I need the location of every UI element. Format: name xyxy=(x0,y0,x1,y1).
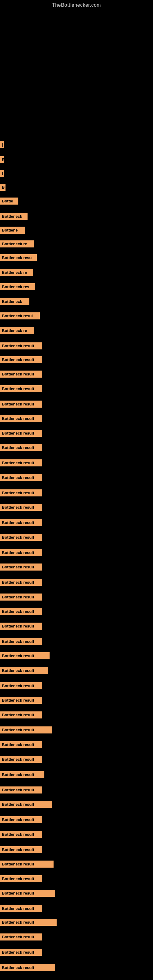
bar-item: Bottlene xyxy=(0,227,25,234)
bar-item: Bottleneck result xyxy=(0,444,42,451)
bar-item: Bottleneck result xyxy=(0,652,49,659)
bar-item: Bottleneck result xyxy=(0,623,42,630)
bar-label: Bottleneck res xyxy=(0,283,35,290)
bar-label: Bottleneck result xyxy=(0,563,42,571)
bar-label: Bottleneck result xyxy=(0,460,42,466)
bar-label: Bottleneck result xyxy=(0,697,42,704)
bar-item: Bottleneck result xyxy=(0,534,42,541)
bar-item: Bottleneck result xyxy=(0,816,42,823)
bar-item: Bottleneck result xyxy=(0,638,42,645)
bar-item: Bottleneck res xyxy=(0,283,35,290)
bar-label: I xyxy=(0,170,4,177)
bar-item: Bottleneck result xyxy=(0,756,42,763)
bar-label: Bottleneck result xyxy=(0,682,42,689)
bar-label: Bottleneck result xyxy=(0,934,42,940)
bar-item: Bottleneck result xyxy=(0,964,55,971)
bar-item: Bottleneck result xyxy=(0,608,42,615)
bar-label: Bottleneck result xyxy=(0,711,42,719)
bar-item: Bottleneck xyxy=(0,298,29,305)
bar-label: Bottleneck result xyxy=(0,356,42,363)
bar-label: Bottleneck result xyxy=(0,905,42,912)
bar-label: Bottleneck result xyxy=(0,919,57,926)
bar-label: | xyxy=(0,141,4,148)
bar-item: Bottleneck result xyxy=(0,905,42,912)
bar-label: Bottleneck result xyxy=(0,415,42,422)
bar-label: Bottleneck result xyxy=(0,534,42,541)
bar-item: Bottleneck result xyxy=(0,356,42,363)
bar-item: Bottleneck result xyxy=(0,593,42,601)
site-title: TheBottlenecker.com xyxy=(0,0,153,8)
bar-label: Bottlene xyxy=(0,227,25,234)
bar-item: Bottleneck result xyxy=(0,460,42,466)
bar-item: Bottleneck result xyxy=(0,667,48,674)
bar-label: Bottleneck result xyxy=(0,667,48,674)
bar-label: Bottleneck result xyxy=(0,771,45,778)
bar-item: Bottleneck result xyxy=(0,741,42,748)
bar-item: | xyxy=(0,141,4,148)
bar-item: Bottleneck result xyxy=(0,831,42,838)
bar-item: Bottleneck result xyxy=(0,934,42,940)
bar-item: Bottleneck re xyxy=(0,327,34,334)
bar-item: E xyxy=(0,156,4,163)
bar-item: B xyxy=(0,184,5,191)
bar-item: Bottleneck result xyxy=(0,919,57,926)
bar-label: Bottleneck result xyxy=(0,726,52,733)
bar-label: Bottleneck result xyxy=(0,519,42,526)
bar-label: Bottleneck result xyxy=(0,549,42,556)
bar-label: Bottleneck result xyxy=(0,831,42,838)
bar-item: Bottleneck resu xyxy=(0,254,37,261)
bar-item: Bottleneck result xyxy=(0,519,42,526)
bar-item: Bottleneck re xyxy=(0,240,33,247)
bar-item: Bottleneck result xyxy=(0,786,42,794)
bar-item: Bottleneck result xyxy=(0,697,42,704)
bar-item: Bottleneck result xyxy=(0,890,55,897)
bar-label: Bottleneck result xyxy=(0,579,42,586)
bar-label: Bottleneck result xyxy=(0,593,42,601)
bar-label: Bottleneck re xyxy=(0,269,33,276)
bar-label: Bottleneck result xyxy=(0,504,42,511)
bar-item: Bottleneck result xyxy=(0,474,42,481)
bar-item: Bottleneck result xyxy=(0,801,52,808)
bar-label: Bottleneck result xyxy=(0,342,42,350)
bar-item: Bottleneck result xyxy=(0,549,42,556)
bar-label: Bottleneck result xyxy=(0,741,42,748)
bar-label: Bottleneck re xyxy=(0,327,34,334)
bar-label: Bottleneck result xyxy=(0,638,42,645)
bar-item: Bottleneck result xyxy=(0,711,42,719)
bar-item: Bottle xyxy=(0,197,18,205)
bar-label: Bottleneck result xyxy=(0,861,54,868)
bar-label: Bottleneck result xyxy=(0,652,49,659)
bar-label: Bottleneck re xyxy=(0,240,33,247)
bar-label: Bottleneck result xyxy=(0,875,42,882)
bar-item: Bottleneck result xyxy=(0,385,42,392)
bar-item: Bottleneck result xyxy=(0,342,42,350)
bar-label: E xyxy=(0,156,4,163)
bar-item: Bottleneck result xyxy=(0,401,42,407)
bar-item: Bottleneck result xyxy=(0,771,45,778)
bar-label: Bottleneck result xyxy=(0,756,42,763)
bar-item: Bottleneck result xyxy=(0,371,42,378)
bar-label: Bottleneck result xyxy=(0,846,42,853)
bar-label: Bottleneck result xyxy=(0,401,42,407)
bar-label: Bottleneck result xyxy=(0,949,42,956)
bar-item: Bottleneck result xyxy=(0,861,54,868)
bar-label: Bottleneck result xyxy=(0,430,42,437)
bar-label: Bottleneck result xyxy=(0,786,42,794)
bar-label: Bottleneck resul xyxy=(0,312,40,320)
bar-label: Bottleneck result xyxy=(0,623,42,630)
bar-label: B xyxy=(0,184,5,191)
bar-item: Bottleneck result xyxy=(0,949,42,956)
bar-label: Bottleneck result xyxy=(0,474,42,481)
bar-label: Bottle xyxy=(0,197,18,205)
bar-label: Bottleneck resu xyxy=(0,254,37,261)
bar-item: Bottleneck result xyxy=(0,682,42,689)
bar-label: Bottleneck result xyxy=(0,371,42,378)
bar-label: Bottleneck result xyxy=(0,385,42,392)
bar-item: Bottleneck result xyxy=(0,579,42,586)
bar-label: Bottleneck result xyxy=(0,890,55,897)
bar-label: Bottleneck xyxy=(0,298,29,305)
bar-label: Bottleneck result xyxy=(0,444,42,451)
bar-item: Bottleneck resul xyxy=(0,312,40,320)
bar-item: Bottleneck result xyxy=(0,846,42,853)
bar-item: Bottleneck result xyxy=(0,489,42,496)
